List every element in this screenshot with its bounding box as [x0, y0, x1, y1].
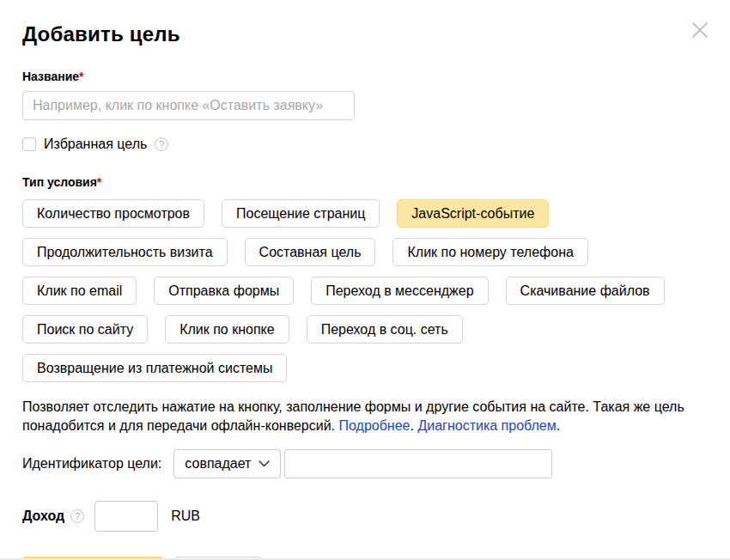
condition-option-phone-click[interactable]: Клик по номеру телефона [392, 238, 587, 266]
condition-option-email-click[interactable]: Клик по email [22, 277, 137, 305]
chevron-down-icon [259, 460, 270, 467]
revenue-row: Доход ? RUB [22, 501, 708, 532]
page-title: Добавить цель [22, 22, 708, 46]
condition-option-file-download[interactable]: Скачивание файлов [506, 277, 665, 305]
goal-identifier-row: Идентификатор цели: совпадает [22, 449, 708, 478]
condition-option-visit-duration[interactable]: Продолжительность визита [22, 238, 228, 266]
condition-option-payment-return[interactable]: Возвращение из платежной системы [22, 354, 287, 382]
revenue-help-icon[interactable]: ? [70, 509, 84, 523]
match-condition-select[interactable]: совпадает [173, 449, 281, 478]
condition-option-composite-goal[interactable]: Составная цель [245, 238, 376, 266]
condition-option-javascript-event[interactable]: JavaScript-событие [397, 199, 549, 228]
condition-option-social-network[interactable]: Переход в соц. сеть [307, 315, 463, 344]
close-button[interactable] [690, 21, 709, 40]
revenue-label: Доход [22, 508, 64, 524]
condition-type-options: Количество просмотров Посещение страниц … [22, 199, 703, 382]
currency-label: RUB [171, 508, 200, 524]
goal-name-input[interactable] [22, 91, 355, 120]
condition-option-views-count[interactable]: Количество просмотров [22, 199, 204, 228]
goal-identifier-input[interactable] [284, 449, 552, 478]
favorite-help-icon[interactable]: ? [155, 137, 168, 151]
goal-identifier-label: Идентификатор цели: [22, 456, 161, 472]
favorite-goal-row: Избранная цель ? [22, 137, 708, 152]
close-icon [690, 21, 709, 40]
match-condition-value: совпадает [185, 456, 251, 472]
goal-identifier-controls: совпадает [173, 449, 552, 478]
name-field-label: Название* [22, 70, 708, 83]
required-asterisk: * [97, 175, 101, 189]
favorite-goal-checkbox[interactable] [22, 137, 36, 151]
revenue-input[interactable] [94, 501, 158, 532]
condition-option-button-click[interactable]: Клик по кнопке [165, 315, 289, 344]
condition-type-label-text: Тип условия [22, 175, 97, 189]
condition-option-messenger[interactable]: Переход в мессенджер [311, 277, 488, 305]
condition-option-site-search[interactable]: Поиск по сайту [22, 315, 148, 344]
diagnostics-link[interactable]: Диагностика проблем [417, 418, 556, 433]
favorite-goal-label: Избранная цель [44, 137, 147, 152]
sentence-period: . [557, 418, 560, 433]
add-goal-dialog: Добавить цель Название* Избранная цель ?… [0, 0, 730, 558]
more-link[interactable]: Подробнее [339, 418, 411, 433]
condition-option-page-visit[interactable]: Посещение страниц [222, 199, 380, 228]
condition-option-form-submit[interactable]: Отправка формы [154, 277, 294, 305]
condition-description: Позволяет отследить нажатие на кнопку, з… [22, 398, 708, 435]
required-asterisk: * [79, 70, 83, 83]
condition-type-label: Тип условия* [22, 175, 708, 189]
name-field-label-text: Название [22, 70, 79, 83]
